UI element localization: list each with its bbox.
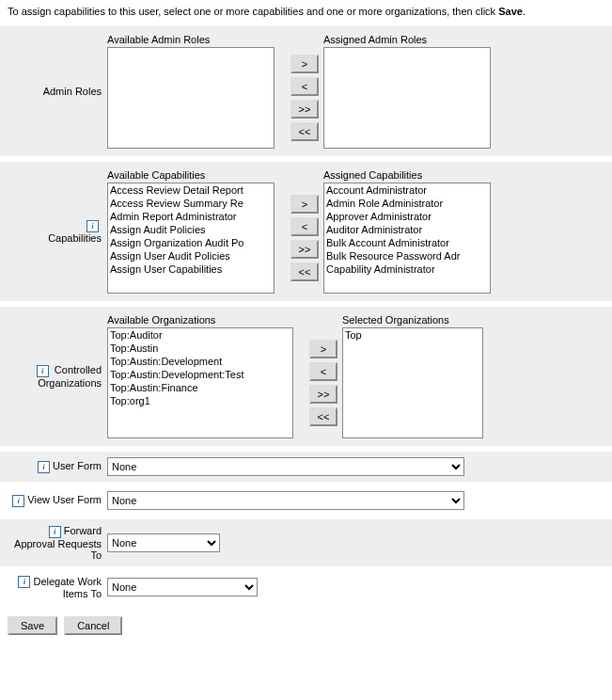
intro-prefix: To assign capabilities to this user, sel… <box>8 6 495 17</box>
list-item[interactable]: Access Review Detail Report <box>108 183 274 197</box>
admin-roles-add-button[interactable]: > <box>290 55 319 73</box>
list-item[interactable]: Account Administrator <box>324 183 490 197</box>
list-item[interactable]: Assign User Capabilities <box>108 262 274 276</box>
capabilities-section: i Capabilities Available Capabilities Ac… <box>0 162 612 301</box>
available-capabilities-header: Available Capabilities <box>107 169 286 181</box>
info-icon[interactable]: i <box>49 526 61 538</box>
capabilities-remove-button[interactable]: < <box>290 217 319 236</box>
list-item[interactable]: Assign Organization Audit Po <box>108 236 274 249</box>
intro-bold: Save <box>498 6 523 17</box>
list-item[interactable]: Top:Austin <box>108 342 292 355</box>
admin-roles-section: Admin Roles Available Admin Roles > < >>… <box>0 26 612 156</box>
info-icon[interactable]: i <box>12 495 24 507</box>
info-icon[interactable]: i <box>86 220 99 232</box>
list-item[interactable]: Approver Administrator <box>324 210 490 223</box>
info-icon[interactable]: i <box>18 576 30 588</box>
admin-roles-remove-all-button[interactable]: << <box>290 122 319 141</box>
info-icon[interactable]: i <box>37 365 49 377</box>
list-item[interactable]: Top:Austin:Development:Test <box>108 368 292 381</box>
list-item[interactable]: Auditor Administrator <box>324 223 490 236</box>
capabilities-add-button[interactable]: > <box>290 195 319 214</box>
list-item[interactable]: Assign Audit Policies <box>108 223 274 236</box>
view-user-form-select[interactable]: None <box>107 491 464 510</box>
list-item[interactable]: Bulk Resource Password Adr <box>324 249 490 262</box>
view-user-form-label: View User Form <box>27 494 102 505</box>
list-item[interactable]: Top <box>343 328 482 342</box>
capabilities-label: i Capabilities <box>8 169 107 294</box>
list-item[interactable]: Capability Administrator <box>324 262 490 276</box>
admin-roles-add-all-button[interactable]: >> <box>290 100 319 119</box>
info-icon[interactable]: i <box>38 461 50 473</box>
assigned-capabilities-list[interactable]: Account AdministratorAdmin Role Administ… <box>323 183 491 294</box>
organizations-remove-all-button[interactable]: << <box>309 407 337 426</box>
forward-approval-row: iForward Approval Requests To None <box>0 519 612 566</box>
list-item[interactable]: Assign User Audit Policies <box>108 249 274 262</box>
list-item[interactable]: Access Review Summary Re <box>108 197 274 210</box>
cancel-button[interactable]: Cancel <box>64 616 122 635</box>
admin-roles-label: Admin Roles <box>8 34 107 149</box>
capabilities-add-all-button[interactable]: >> <box>290 240 319 259</box>
save-button[interactable]: Save <box>8 616 57 635</box>
admin-roles-remove-button[interactable]: < <box>290 77 319 96</box>
available-organizations-header: Available Organizations <box>107 314 305 326</box>
selected-organizations-header: Selected Organizations <box>342 314 493 326</box>
forward-approval-select[interactable]: None <box>107 533 220 552</box>
controlled-organizations-label: i Controlled Organizations <box>8 314 107 438</box>
intro-suffix: . <box>523 6 526 17</box>
delegate-work-items-label: Delegate Work Items To <box>33 576 102 600</box>
organizations-add-all-button[interactable]: >> <box>309 385 337 404</box>
assigned-admin-roles-list[interactable] <box>323 47 491 149</box>
intro-text: To assign capabilities to this user, sel… <box>0 0 612 26</box>
list-item[interactable]: Admin Report Administrator <box>108 210 274 223</box>
delegate-work-items-row: iDelegate Work Items To None <box>0 570 612 606</box>
list-item[interactable]: Admin Role Administrator <box>324 197 490 210</box>
available-admin-roles-list[interactable] <box>107 47 275 149</box>
list-item[interactable]: Top:Auditor <box>108 328 292 342</box>
list-item[interactable]: Top:Austin:Finance <box>108 381 292 394</box>
user-form-select[interactable]: None <box>107 457 464 476</box>
available-organizations-list[interactable]: Top:AuditorTop:AustinTop:Austin:Developm… <box>107 327 293 438</box>
available-capabilities-list[interactable]: Access Review Detail ReportAccess Review… <box>107 183 275 294</box>
selected-organizations-list[interactable]: Top <box>342 327 483 438</box>
view-user-form-row: iView User Form None <box>0 485 612 516</box>
list-item[interactable]: Top:org1 <box>108 394 292 407</box>
organizations-remove-button[interactable]: < <box>309 362 337 381</box>
user-form-row: iUser Form None <box>0 452 612 482</box>
capabilities-remove-all-button[interactable]: << <box>290 262 319 281</box>
available-admin-roles-header: Available Admin Roles <box>107 34 286 45</box>
user-form-label: User Form <box>53 460 102 471</box>
delegate-work-items-select[interactable]: None <box>107 578 258 597</box>
assigned-admin-roles-header: Assigned Admin Roles <box>323 34 502 45</box>
footer-actions: Save Cancel <box>0 609 612 643</box>
organizations-add-button[interactable]: > <box>309 340 337 358</box>
list-item[interactable]: Top:Austin:Development <box>108 355 292 368</box>
organizations-section: i Controlled Organizations Available Org… <box>0 307 612 446</box>
assigned-capabilities-header: Assigned Capabilities <box>323 169 502 181</box>
list-item[interactable]: Bulk Account Administrator <box>324 236 490 249</box>
